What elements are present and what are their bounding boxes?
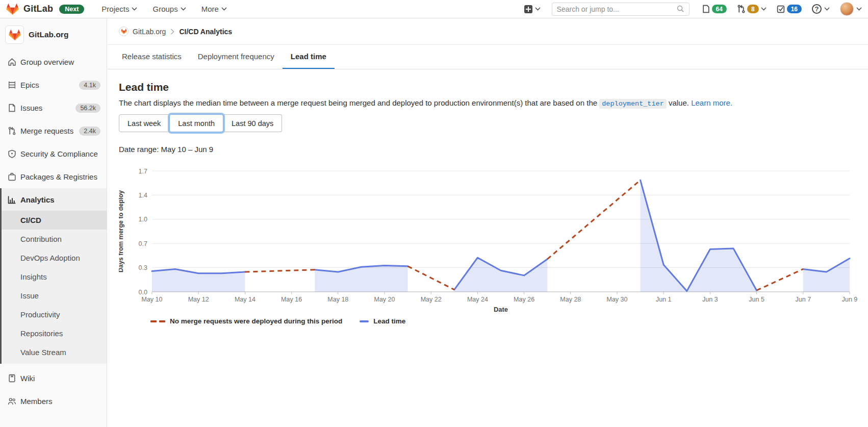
gitlab-home-link[interactable]: GitLab xyxy=(6,3,53,15)
issues-count-badge: 56.2k xyxy=(75,104,100,113)
last-week-button[interactable]: Last week xyxy=(119,114,169,132)
dashed-series-marker-icon xyxy=(150,320,165,322)
svg-text:May 20: May 20 xyxy=(374,296,395,303)
issues-count-badge: 64 xyxy=(712,5,727,13)
sidebar-subitem-productivity[interactable]: Productivity xyxy=(0,305,107,324)
learn-more-link[interactable]: Learn more. xyxy=(691,98,732,107)
sidebar-subitem-insights[interactable]: Insights xyxy=(0,267,107,286)
svg-text:Jun 9: Jun 9 xyxy=(842,296,858,303)
sidebar-subitem-cicd[interactable]: CI/CD xyxy=(0,211,107,230)
sidebar-item-analytics[interactable]: Analytics xyxy=(0,188,107,211)
new-item-menu[interactable] xyxy=(524,5,541,13)
issues-icon xyxy=(702,5,710,13)
gitlab-logo-icon xyxy=(6,3,19,15)
chevron-down-icon xyxy=(824,7,830,11)
epic-icon xyxy=(8,81,16,89)
sidebar-item-group-overview[interactable]: Group overview xyxy=(0,51,107,73)
todo-count-badge: 16 xyxy=(787,5,802,13)
sidebar-item-epics[interactable]: Epics 4.1k xyxy=(0,73,107,96)
sidebar-subitem-repositories[interactable]: Repositories xyxy=(0,324,107,343)
plus-icon xyxy=(524,5,532,13)
legend-item-lead-time[interactable]: Lead time xyxy=(360,317,405,325)
svg-text:May 12: May 12 xyxy=(188,296,209,303)
tab-deployment-frequency[interactable]: Deployment frequency xyxy=(190,45,283,69)
tab-release-statistics[interactable]: Release statistics xyxy=(114,45,190,69)
todos-counter[interactable]: 16 xyxy=(777,5,802,13)
chevron-down-icon xyxy=(535,7,541,11)
navbar-menus: Projects Groups More xyxy=(101,5,242,13)
menu-more[interactable]: More xyxy=(201,5,227,13)
sidebar-subitem-contribution[interactable]: Contribution xyxy=(0,230,107,248)
merge-requests-counter[interactable]: 8 xyxy=(737,5,767,13)
sidebar-subitem-devops-adoption[interactable]: DevOps Adoption xyxy=(0,248,107,267)
sidebar-item-packages-registries[interactable]: Packages & Registries xyxy=(0,165,107,188)
svg-text:Jun 5: Jun 5 xyxy=(749,296,764,303)
legend-item-no-deploys[interactable]: No merge requests were deployed during t… xyxy=(150,317,342,325)
merge-request-icon xyxy=(737,5,746,13)
svg-text:Jun 3: Jun 3 xyxy=(702,296,718,303)
chart-icon xyxy=(8,195,16,204)
gitlab-group-logo-icon xyxy=(9,29,21,41)
sidebar-subitem-value-stream[interactable]: Value Stream xyxy=(0,343,107,362)
breadcrumb-group-avatar xyxy=(119,27,129,36)
last-90-days-button[interactable]: Last 90 days xyxy=(223,114,282,132)
todo-check-icon xyxy=(777,5,785,13)
sidebar-group-header[interactable]: GitLab.org xyxy=(0,18,107,51)
sidebar-item-merge-requests[interactable]: Merge requests 2.4k xyxy=(0,119,107,142)
svg-text:May 14: May 14 xyxy=(235,296,256,303)
svg-text:May 18: May 18 xyxy=(327,296,348,303)
svg-text:Jun 1: Jun 1 xyxy=(656,296,672,303)
breadcrumb-current-page: CI/CD Analytics xyxy=(179,28,232,36)
svg-text:Date: Date xyxy=(494,306,508,313)
svg-text:May 28: May 28 xyxy=(560,296,581,303)
left-sidebar: GitLab.org Group overview Epics 4.1k Iss… xyxy=(0,18,107,427)
breadcrumb-group-link[interactable]: GitLab.org xyxy=(133,28,166,36)
svg-text:1.0: 1.0 xyxy=(139,216,147,223)
next-badge: Next xyxy=(59,5,84,14)
help-menu[interactable]: ? xyxy=(812,4,830,14)
issues-counter[interactable]: 64 xyxy=(702,5,727,13)
main-content: GitLab.org CI/CD Analytics Release stati… xyxy=(108,18,868,427)
chevron-down-icon xyxy=(181,7,186,11)
home-icon xyxy=(8,58,16,66)
tab-lead-time[interactable]: Lead time xyxy=(283,45,335,69)
lead-time-description: The chart displays the median time betwe… xyxy=(119,98,857,108)
group-name: GitLab.org xyxy=(29,30,68,39)
cicd-analytics-tabs: Release statistics Deployment frequency … xyxy=(108,45,868,69)
svg-text:Jun 7: Jun 7 xyxy=(796,296,811,303)
svg-text:May 24: May 24 xyxy=(467,296,488,303)
menu-groups[interactable]: Groups xyxy=(152,5,186,13)
sidebar-analytics-section: Analytics CI/CD Contribution DevOps Adop… xyxy=(0,188,107,364)
svg-text:1.7: 1.7 xyxy=(139,168,147,175)
global-search[interactable] xyxy=(552,3,690,16)
date-range-button-group: Last week Last month Last 90 days xyxy=(119,114,282,132)
chevron-right-icon xyxy=(170,29,174,35)
members-icon xyxy=(8,397,16,406)
lead-time-panel: Lead time The chart displays the median … xyxy=(108,81,868,325)
shield-icon xyxy=(8,149,16,158)
top-navbar: GitLab Next Projects Groups More xyxy=(0,0,868,18)
navbar-right: 64 8 16 ? xyxy=(524,2,862,16)
epics-count-badge: 4.1k xyxy=(79,81,100,90)
chevron-down-icon xyxy=(856,7,862,11)
svg-text:0.3: 0.3 xyxy=(139,264,147,271)
chevron-down-icon xyxy=(761,7,767,11)
sidebar-item-wiki[interactable]: Wiki xyxy=(0,367,107,390)
user-menu[interactable] xyxy=(840,2,862,16)
line-series-marker-icon xyxy=(360,320,369,322)
sidebar-item-issues[interactable]: Issues 56.2k xyxy=(0,96,107,119)
menu-projects[interactable]: Projects xyxy=(101,5,137,13)
chart-legend: No merge requests were deployed during t… xyxy=(150,317,857,325)
gitlab-group-logo-icon xyxy=(121,29,127,34)
svg-text:0.0: 0.0 xyxy=(139,289,147,296)
last-month-button[interactable]: Last month xyxy=(169,114,223,132)
sidebar-item-security-compliance[interactable]: Security & Compliance xyxy=(0,142,107,165)
svg-text:Days from merge to deploy: Days from merge to deploy xyxy=(119,190,124,272)
sidebar-item-members[interactable]: Members xyxy=(0,390,107,413)
group-avatar xyxy=(5,26,24,44)
search-input[interactable] xyxy=(557,5,677,13)
svg-text:May 16: May 16 xyxy=(281,296,302,303)
wiki-icon xyxy=(8,374,16,383)
page-title: Lead time xyxy=(119,81,857,93)
sidebar-subitem-issue[interactable]: Issue xyxy=(0,286,107,305)
